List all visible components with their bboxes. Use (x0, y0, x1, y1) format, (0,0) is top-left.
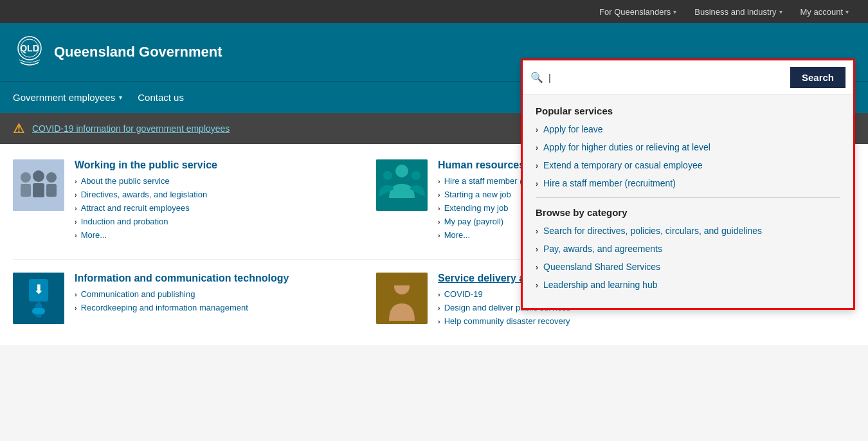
chevron-right-icon: › (75, 304, 77, 312)
card-content-public-service: Working in the public service ›About the… (75, 159, 217, 244)
svg-text:⬇: ⬇ (33, 282, 44, 296)
card-link[interactable]: ›Attract and recruit employees (75, 203, 217, 213)
card-link[interactable]: ›Help community disaster recovery (438, 316, 637, 326)
card-image-public-service (13, 159, 64, 211)
search-input[interactable] (548, 72, 790, 83)
topbar-my-account[interactable]: My account ▾ (794, 7, 855, 17)
card-link[interactable]: ›Directives, awards, and legislation (75, 190, 217, 199)
topbar-for-queenslanders[interactable]: For Queenslanders ▾ (593, 7, 683, 17)
search-popular-item[interactable]: › Hire a staff member (recruitment) (536, 178, 840, 188)
svg-point-4 (21, 172, 31, 183)
chevron-right-icon: › (536, 245, 538, 254)
nav-contact-us[interactable]: Contact us (138, 92, 194, 103)
chevron-right-icon: › (536, 161, 538, 170)
chevron-right-icon: › (75, 218, 77, 226)
chevron-right-icon: › (536, 263, 538, 272)
chevron-right-icon: › (75, 291, 77, 298)
header: QLD Queensland Government 🔍 Search Popul… (0, 23, 868, 81)
chevron-right-icon: › (438, 218, 440, 226)
svg-text:QLD: QLD (20, 43, 39, 53)
warning-icon: ⚠ (13, 121, 24, 136)
search-button[interactable]: Search (790, 67, 845, 88)
chevron-right-icon: › (536, 125, 538, 134)
chevron-down-icon: ▾ (779, 8, 782, 15)
popular-services-title: Popular services (536, 105, 840, 116)
card-title-public-service[interactable]: Working in the public service (75, 159, 217, 171)
svg-point-11 (395, 165, 408, 177)
card-image-hr (376, 159, 428, 211)
chevron-right-icon: › (438, 204, 440, 212)
chevron-right-icon: › (75, 204, 77, 212)
search-bar: 🔍 Search (523, 60, 853, 95)
chevron-right-icon: › (536, 281, 538, 290)
chevron-right-icon: › (438, 291, 440, 298)
card-image-ict: ⬇ (13, 273, 64, 324)
search-browse-item[interactable]: › Search for directives, policies, circu… (536, 226, 840, 236)
logo-area[interactable]: QLD Queensland Government (13, 35, 222, 69)
svg-rect-17 (32, 308, 45, 314)
search-overlay: 🔍 Search Popular services › Apply for le… (521, 59, 855, 310)
search-icon: 🔍 (530, 71, 543, 84)
card-working-public-service: Working in the public service ›About the… (13, 159, 356, 244)
qld-coat-of-arms-icon: QLD (13, 35, 46, 69)
chevron-down-icon: ▾ (673, 8, 676, 15)
chevron-right-icon: › (438, 318, 440, 325)
search-divider (536, 197, 840, 198)
chevron-right-icon: › (536, 143, 538, 152)
svg-point-12 (383, 171, 392, 180)
chevron-right-icon: › (536, 227, 538, 236)
chevron-down-icon: ▾ (119, 94, 122, 101)
search-browse-item[interactable]: › Leadership and learning hub (536, 280, 840, 290)
search-dropdown: Popular services › Apply for leave › App… (523, 95, 853, 308)
card-link[interactable]: ›About the public service (75, 176, 217, 186)
chevron-right-icon: › (75, 191, 77, 199)
svg-rect-9 (46, 184, 57, 197)
svg-point-13 (411, 171, 420, 180)
browse-category-title: Browse by category (536, 207, 840, 218)
svg-rect-5 (21, 184, 31, 197)
search-popular-item[interactable]: › Apply for leave (536, 124, 840, 134)
search-popular-item[interactable]: › Apply for higher duties or relieving a… (536, 142, 840, 152)
card-image-service (376, 273, 428, 324)
chevron-right-icon: › (438, 231, 440, 239)
search-browse-item[interactable]: › Pay, awards, and agreements (536, 244, 840, 254)
card-link[interactable]: ›Communication and publishing (75, 289, 289, 299)
chevron-right-icon: › (438, 191, 440, 199)
card-content-ict: Information and communication technology… (75, 273, 289, 330)
chevron-right-icon: › (75, 231, 77, 239)
chevron-right-icon: › (438, 304, 440, 312)
card-title-ict[interactable]: Information and communication technology (75, 273, 289, 284)
chevron-right-icon: › (438, 177, 440, 185)
topbar-business-industry[interactable]: Business and industry ▾ (688, 7, 788, 17)
svg-point-6 (33, 170, 44, 182)
card-link[interactable]: ›Recordkeeping and information managemen… (75, 303, 289, 312)
top-bar: For Queenslanders ▾ Business and industr… (0, 0, 868, 23)
alert-link[interactable]: COVID-19 information for government empl… (32, 123, 230, 134)
svg-rect-7 (33, 183, 44, 197)
card-link-more[interactable]: ›More... (75, 230, 217, 240)
nav-government-employees[interactable]: Government employees ▾ (13, 92, 132, 103)
logo-text: Queensland Government (54, 44, 222, 60)
search-browse-item[interactable]: › Queensland Shared Services (536, 262, 840, 272)
chevron-down-icon: ▾ (845, 8, 849, 15)
search-popular-item[interactable]: › Extend a temporary or casual employee (536, 160, 840, 170)
chevron-right-icon: › (536, 179, 538, 188)
card-ict: ⬇ Information and communication technolo… (13, 273, 356, 330)
chevron-right-icon: › (75, 177, 77, 185)
card-link[interactable]: ›Induction and probation (75, 217, 217, 226)
svg-point-8 (46, 172, 57, 183)
